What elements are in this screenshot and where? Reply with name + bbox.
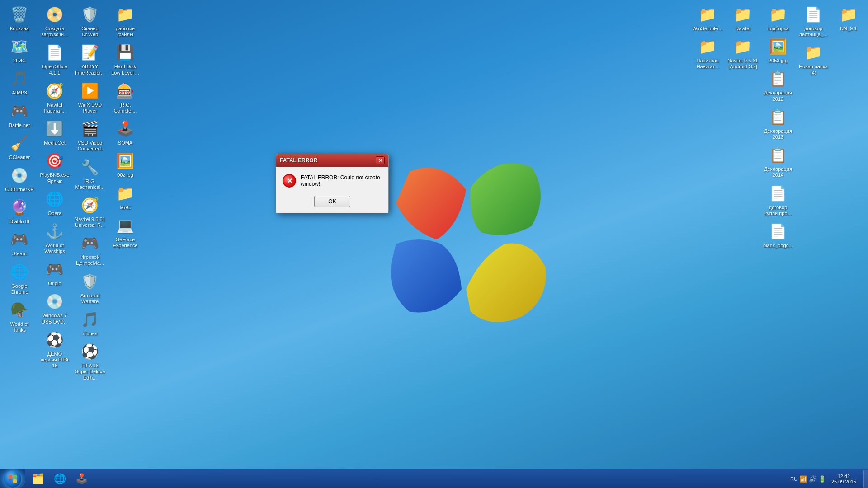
icon-deklaraciya2014[interactable]: 📋 Декларация 2014 [761, 143, 795, 180]
win7-dvd-label: Windows 7 USB DVD... [39, 313, 70, 324]
right-col-navitel: 📁 Navitel 📁 Navitel 9.6.61 [Android OS] [726, 2, 760, 72]
right-col-winsetup: 📁 WinSetupFr... 📁 Навитель Навигат... [690, 2, 725, 72]
icon-origin[interactable]: 🎮 Origin [38, 257, 72, 288]
winx-dvd-icon: ▶️ [80, 80, 100, 101]
navitel-r-icon: 📁 [732, 4, 753, 25]
battlenet-icon: 🎮 [9, 101, 30, 122]
right-col-dogovor: 📄 договор лестница_... 📁 Новая папка (4) [796, 2, 830, 78]
2053jpg-label: 2053.jpg [769, 58, 788, 64]
dialog-close-button[interactable]: ✕ [376, 156, 385, 164]
origin-label: Origin [48, 281, 61, 286]
icon-navitel-nav[interactable]: 🧭 Navitel Навигат... [38, 79, 72, 116]
geforce-label: GeForce Experience [110, 237, 141, 249]
winsetupfr-label: WinSetupFr... [693, 26, 723, 32]
cdburnerxp-icon: 💿 [9, 165, 30, 186]
drweb-label: Сканер Dr.Web [75, 26, 105, 38]
icon-winx-dvd[interactable]: ▶️ WinX DVD Player [73, 79, 107, 116]
icon-2gis[interactable]: 🗺️ 2ГИС [2, 34, 37, 66]
dogovor-lestnica-icon: 📄 [803, 4, 824, 25]
playbns-label: PlayBNS.exe Ярлык [39, 172, 70, 184]
icon-world-of-tanks[interactable]: 🪖 World of Tanks [2, 298, 37, 335]
icon-2053jpg[interactable]: 🖼️ 2053.jpg [761, 34, 795, 66]
icon-00jpg[interactable]: 🖼️ 00z.jpg [108, 149, 142, 180]
icon-soma[interactable]: 🕹️ SOMA [108, 117, 142, 148]
mac-folder-label: MAC [120, 205, 131, 211]
icon-winsetupfr[interactable]: 📁 WinSetupFr... [690, 2, 725, 33]
clock-area[interactable]: 12:42 25.09.2015 [828, 474, 860, 484]
rabochie-label: рабочие файлы [110, 26, 141, 38]
taskbar-soma-icon[interactable]: 🕹️ [71, 470, 91, 488]
icon-deklaraciya2013[interactable]: 📋 Декларация 2013 [761, 105, 795, 142]
icon-nn91[interactable]: 📁 NN_9.1 [831, 2, 866, 33]
icon-podbor[interactable]: 📁 подборка [761, 2, 795, 33]
icon-navitel-r2[interactable]: 📁 Навитель Навигат... [690, 34, 725, 71]
navitel-9661-icon: 📁 [732, 36, 753, 57]
steam-label: Steam [12, 251, 27, 257]
icon-geforce[interactable]: 💻 GeForce Experience [108, 213, 142, 250]
taskbar-chrome-icon[interactable]: 🌐 [50, 470, 70, 488]
icon-demo-fifa[interactable]: ⚽ ДЕМО версия FIFA 16 [38, 328, 72, 371]
vso-video-icon: 🎬 [80, 118, 100, 139]
icon-mac-folder[interactable]: 📁 MAC [108, 181, 142, 212]
icon-navitel-9661[interactable]: 📁 Navitel 9.6.61 [Android OS] [726, 34, 760, 71]
icon-abbyy[interactable]: 📝 ABBYY FineReader... [73, 40, 107, 77]
icon-armored-warfare[interactable]: 🛡️ Armored Warfare [73, 269, 107, 306]
icon-rig-mechanical[interactable]: 🔧 [R.G. Mechanical... [73, 155, 107, 192]
icon-fifa16-deluxe[interactable]: ⚽ FIFA 16 Super Deluxe Editi... [73, 339, 107, 383]
show-desktop-button[interactable] [863, 470, 868, 488]
icon-world-warships[interactable]: ⚓ World of Warships [38, 219, 72, 256]
icon-drweb[interactable]: 🛡️ Сканер Dr.Web [73, 2, 107, 39]
icon-steam[interactable]: 🎮 Steam [2, 227, 37, 258]
icon-blank-dogo[interactable]: 📄 blank_dogo... [761, 219, 795, 250]
svg-rect-2 [9, 479, 12, 483]
fatal-error-dialog[interactable]: FATAL ERROR ✕ ✕ FATAL ERROR: Could not c… [276, 154, 389, 213]
tray-battery-icon: 🔋 [818, 475, 826, 483]
icon-navitel-r[interactable]: 📁 Navitel [726, 2, 760, 33]
tray-lang: RU [790, 476, 797, 482]
clock-time: 12:42 [838, 474, 850, 479]
icon-openoffice[interactable]: 📄 OpenOffice 4.1.1 [38, 40, 72, 77]
icon-vso-video[interactable]: 🎬 VSO Video Converter1 [73, 117, 107, 154]
icon-google-chrome[interactable]: 🌐 Google Chrome [2, 260, 37, 297]
harddisk-icon: 💾 [115, 42, 136, 63]
svg-rect-3 [13, 479, 17, 483]
icon-cdburnerxp[interactable]: 💿 CDBurnerXP [2, 163, 37, 194]
icon-opera[interactable]: 🌐 Opera [38, 187, 72, 218]
svg-rect-1 [13, 475, 17, 479]
icon-diablo3[interactable]: 🔮 Diablo III [2, 195, 37, 226]
navitel-r-label: Navitel [735, 26, 750, 32]
steam-icon: 🎮 [9, 229, 30, 250]
icon-navitel-univ[interactable]: 🧭 Navitel 9.6.61 Universal R... [73, 193, 107, 230]
dialog-titlebar: FATAL ERROR ✕ [276, 154, 388, 167]
icon-playbns[interactable]: 🎯 PlayBNS.exe Ярлык [38, 149, 72, 186]
icon-dogovor-lestnica[interactable]: 📄 договор лестница_... [796, 2, 830, 39]
icon-itunes[interactable]: 🎵 iTunes [73, 307, 107, 338]
icon-dogovor-kupi[interactable]: 📄 договор купли про... [761, 181, 795, 218]
icon-novaya-papka[interactable]: 📁 Новая папка (4) [796, 40, 830, 77]
icon-harddisk[interactable]: 💾 Hard Disk Low Level ... [108, 40, 142, 77]
taskbar-explorer-icon[interactable]: 🗂️ [28, 470, 48, 488]
blank-dogo-label: blank_dogo... [763, 243, 793, 249]
icon-rig-gambler[interactable]: 🎰 [R.G. Gambler... [108, 79, 142, 116]
icon-mediaget[interactable]: ⬇️ MediaGet [38, 117, 72, 148]
create-loader-label: Создать загрузочн... [39, 26, 70, 38]
tray-volume-icon: 🔊 [809, 475, 816, 483]
dialog-ok-button[interactable]: OK [314, 196, 350, 207]
icon-win7-dvd[interactable]: 💿 Windows 7 USB DVD... [38, 289, 72, 326]
icon-ccleaner[interactable]: 🧹 CCleaner [2, 131, 37, 162]
desktop: 🗑️ Корзина 🗺️ 2ГИС 🎵 AIMP3 🎮 Battle.net … [0, 0, 868, 465]
00jpg-label: 00z.jpg [117, 172, 133, 178]
icon-igrovoy[interactable]: 🎮 Игровой ЦентрeMa... [73, 231, 107, 268]
mediaget-label: MediaGet [44, 140, 66, 146]
icon-battlenet[interactable]: 🎮 Battle.net [2, 99, 37, 130]
icon-deklaraciya2012[interactable]: 📋 Декларация 2012 [761, 66, 795, 103]
start-button[interactable] [0, 469, 25, 488]
icon-create-loader[interactable]: 📀 Создать загрузочн... [38, 2, 72, 39]
icon-korzina[interactable]: 🗑️ Корзина [2, 2, 37, 33]
cdburnerxp-label: CDBurnerXP [5, 187, 34, 192]
icon-rabochie[interactable]: 📁 рабочие файлы [108, 2, 142, 39]
novaya-papka-icon: 📁 [803, 42, 824, 63]
icon-aimp3[interactable]: 🎵 AIMP3 [2, 66, 37, 98]
fifa16-deluxe-icon: ⚽ [80, 341, 100, 362]
navitel-univ-icon: 🧭 [80, 195, 100, 216]
